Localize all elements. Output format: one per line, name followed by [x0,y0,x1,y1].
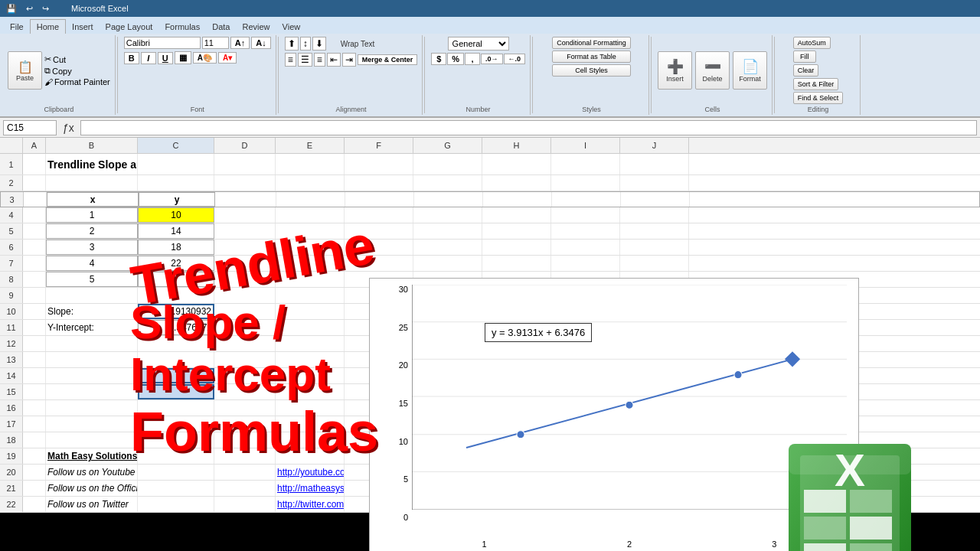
row-num-20[interactable]: 20 [0,465,23,480]
cell-i6[interactable] [551,240,620,255]
row-num-6[interactable]: 6 [0,240,23,255]
col-header-b[interactable]: B [46,138,138,153]
cell-styles-button[interactable]: Cell Styles [552,64,631,77]
increase-indent-btn[interactable]: ⇥ [342,53,356,67]
cell-a5[interactable] [23,223,46,239]
cell-i7[interactable] [551,256,620,271]
row-num-10[interactable]: 10 [0,304,23,319]
cell-i2[interactable] [551,175,620,191]
cell-b9[interactable] [46,288,138,303]
align-left-btn[interactable]: ≡ [285,53,296,67]
font-size-input[interactable] [202,37,229,49]
row-num-11[interactable]: 11 [0,320,23,335]
tab-review[interactable]: Review [236,20,276,34]
cell-g6[interactable] [413,240,482,255]
cell-d7[interactable] [214,256,276,271]
row-num-17[interactable]: 17 [0,416,23,432]
cell-h3[interactable] [483,192,552,207]
cell-h4[interactable] [482,207,551,223]
col-header-j[interactable]: J [620,138,689,153]
border-button[interactable]: ▦ [175,51,191,64]
cell-g3[interactable] [414,192,483,207]
tab-formulas[interactable]: Formulas [158,20,206,34]
cell-b1[interactable]: Trendline Slope and Intercept Formulas i… [46,154,138,174]
cell-a10[interactable] [23,304,46,319]
tab-file[interactable]: File [4,20,30,34]
cell-e9[interactable] [276,288,345,303]
cell-c5[interactable]: 14 [138,223,214,239]
cell-b6[interactable]: 3 [46,240,138,255]
cell-a7[interactable] [23,256,46,271]
row-num-5[interactable]: 5 [0,223,23,239]
cell-e2[interactable] [276,175,345,191]
cell-b8[interactable]: 5 [46,272,138,287]
cell-j6[interactable] [620,240,689,255]
cell-c11[interactable]: 6.3476272 [138,320,214,335]
cut-label[interactable]: Cut [53,55,66,64]
cell-j1[interactable] [620,154,689,174]
cell-a3[interactable] [24,192,47,207]
cell-d11[interactable] [214,320,276,335]
cell-i4[interactable] [551,207,620,223]
cell-reference-box[interactable] [3,120,57,135]
cell-c10[interactable]: 3.9130932 [138,304,214,319]
decrease-decimal-btn[interactable]: ←.0 [504,54,526,64]
cell-f1[interactable] [345,154,413,174]
col-header-d[interactable]: D [214,138,276,153]
col-header-f[interactable]: F [345,138,413,153]
cell-j5[interactable] [620,223,689,239]
cell-b7[interactable]: 4 [46,256,138,271]
undo-btn[interactable]: ↩ [24,3,35,15]
cell-d3[interactable] [215,192,276,207]
cell-f3[interactable] [345,192,414,207]
cell-b2[interactable] [46,175,138,191]
cell-b5[interactable]: 2 [46,223,138,239]
cell-d4[interactable] [214,207,276,223]
tab-insert[interactable]: Insert [66,20,100,34]
cell-d6[interactable] [214,240,276,255]
formula-input[interactable] [80,120,977,135]
row-num-19[interactable]: 19 [0,448,23,464]
align-bottom-btn[interactable]: ⬇ [312,37,326,51]
italic-button[interactable]: I [141,52,156,64]
selected-cell-c15[interactable] [138,368,214,383]
cell-e1[interactable] [276,154,345,174]
cell-f7[interactable] [345,256,413,271]
cell-e8[interactable] [276,272,345,287]
row-num-14[interactable]: 14 [0,368,23,383]
font-grow-btn[interactable]: A↑ [230,37,250,49]
row-num-8[interactable]: 8 [0,272,23,287]
cell-c6[interactable]: 18 [138,240,214,255]
cell-h7[interactable] [482,256,551,271]
autosum-button[interactable]: AutoSum [793,37,831,49]
font-shrink-btn[interactable]: A↓ [251,37,270,49]
fill-button[interactable]: Fill [793,51,816,63]
cell-e20[interactable]: http://youtube.com/matheasysolutions [276,465,345,480]
font-name-input[interactable] [124,37,201,49]
cell-f2[interactable] [345,175,413,191]
tab-page-layout[interactable]: Page Layout [100,20,159,34]
col-header-g[interactable]: G [413,138,482,153]
cell-j3[interactable] [621,192,690,207]
cell-e6[interactable] [276,240,345,255]
col-header-i[interactable]: I [551,138,620,153]
row-num-15[interactable]: 15 [0,384,23,399]
row-num-2[interactable]: 2 [0,175,23,191]
align-right-btn[interactable]: ≡ [314,53,325,67]
cell-b21[interactable]: Follow us on the Official Website: [46,481,138,496]
cell-a11[interactable] [23,320,46,335]
row-num-18[interactable]: 18 [0,432,23,448]
row-num-12[interactable]: 12 [0,336,23,351]
cell-b4[interactable]: 1 [46,207,138,223]
increase-decimal-btn[interactable]: .0→ [481,54,503,64]
cell-b22[interactable]: Follow us on Twitter [46,497,138,512]
cell-g7[interactable] [413,256,482,271]
cell-a6[interactable] [23,240,46,255]
cell-j2[interactable] [620,175,689,191]
col-header-h[interactable]: H [482,138,551,153]
cell-c12[interactable] [138,336,214,351]
number-format-select[interactable]: General [448,37,509,51]
decrease-indent-btn[interactable]: ⇤ [327,53,341,67]
cell-g1[interactable] [413,154,482,174]
row-num-13[interactable]: 13 [0,352,23,367]
